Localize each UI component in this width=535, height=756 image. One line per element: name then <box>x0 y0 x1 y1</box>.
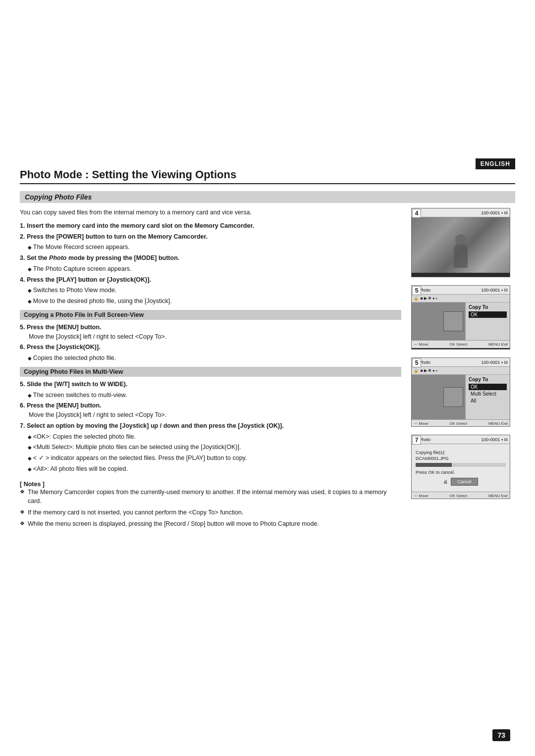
notes-title: [ Notes ] <box>20 481 401 488</box>
screen-5a-bottombar: ↔ Move OK Select MENU Exit <box>412 340 510 348</box>
screen-5a-topbar: ⊙ Photo 100-0001 ▪ III <box>412 286 510 295</box>
note-3: While the menu screen is displayed, pres… <box>20 519 401 529</box>
menu-5b-all: All <box>469 398 507 404</box>
step-1-num: 1. <box>20 222 27 229</box>
screen-7-wrapper: 7 ⊙ Photo 100-0001 ▪ III Copying file(s)… <box>411 435 515 500</box>
screen-5a-photo-bg <box>412 302 465 340</box>
step-4: 4. Press the [PLAY] button or [Joystick(… <box>20 275 401 285</box>
notes-section: [ Notes ] The Memory Camcorder copies fr… <box>20 481 401 529</box>
step-num-5b: 5 <box>412 358 421 367</box>
menu-5b-multiselect: Multi Select <box>469 391 507 397</box>
screen-5b-wrapper: 5 ⊙ Photo 100-0001 ▪ III 🔒 ■ ▶ ❋ ▸ • <box>411 357 515 428</box>
step-7: 7. Select an option by moving the [Joyst… <box>20 421 401 431</box>
menu-5a-title: Copy To <box>469 304 507 310</box>
sub-heading-2: Copying Photo Files in Multi-View <box>20 367 401 377</box>
screen-5b-bottombar: ↔ Move OK Select MENU Exit <box>412 419 510 427</box>
step-6a: 6. Press the [Joystick(OK)]. <box>20 343 401 352</box>
page-number: 73 <box>492 729 510 741</box>
screen-5a-menu: Copy To OK <box>465 302 510 340</box>
screen-5b-iconrow: 🔒 ■ ▶ ❋ ▸ • <box>412 367 510 375</box>
step-4-bullet2: Move to the desired photo file, using th… <box>20 297 401 306</box>
note-2: If the memory card is not inserted, you … <box>20 508 401 517</box>
left-column: You can copy saved files from the intern… <box>20 208 401 531</box>
screen-5a-iconrow: 🔒 ■ ▶ ❋ ▸ • <box>412 295 510 302</box>
steps-list: 1. Insert the memory card into the memor… <box>20 221 401 306</box>
page: ENGLISH Photo Mode : Setting the Viewing… <box>0 0 535 756</box>
step-7-bullet2: <Multi Select>: Multiple photo files can… <box>20 443 401 452</box>
screen-7-bottombar: ↔ Move OK Select MENU Exit <box>412 492 510 499</box>
step-5a: 5. Press the [MENU] button. Move the [Jo… <box>20 323 401 342</box>
step-4-bullet1: Switches to Photo View mode. <box>20 286 401 295</box>
step-2-bullet: The Movie Record screen appears. <box>20 243 401 252</box>
screen-4-photo <box>412 217 510 273</box>
cancel-text: Press OK to cancel. <box>416 470 455 475</box>
copying-text2: DCAM0001.JPG <box>416 456 449 461</box>
screen-5b-topbar: ⊙ Photo 100-0001 ▪ III <box>412 358 510 367</box>
step-6a-bullet: Copies the selected photo file. <box>20 353 401 363</box>
step-5b-bullet: The screen switches to multi-view. <box>20 391 401 400</box>
main-content: Photo Mode : Setting the Viewing Options… <box>20 168 515 531</box>
screen-7-topbar: ⊙ Photo 100-0001 ▪ III <box>412 435 510 444</box>
step-num-5a: 5 <box>412 286 421 295</box>
progress-bar <box>416 463 506 467</box>
top-space <box>0 0 535 158</box>
right-column: 4 ⊙ 100-0001 ▪ III <box>411 208 515 531</box>
copying-text1: Copying file(s): <box>416 450 445 455</box>
step-5b: 5. Slide the [W/T] switch to W WIDE). <box>20 380 401 389</box>
two-col-layout: You can copy saved files from the intern… <box>20 208 515 531</box>
screen-5b-photo-bg <box>412 375 465 419</box>
step-3-bullet: The Photo Capture screen appears. <box>20 264 401 274</box>
step-7-bullet1: <OK>: Copies the selected photo file. <box>20 432 401 442</box>
steps-list-sub2: 5. Slide the [W/T] switch to W WIDE). Th… <box>20 380 401 474</box>
sub-heading-1: Copying a Photo File in Full Screen-View <box>20 310 401 320</box>
menu-5a-ok: OK <box>469 311 507 318</box>
screen-5b-menu: Copy To OK Multi Select All <box>465 375 510 419</box>
page-title: Photo Mode : Setting the Viewing Options <box>20 168 515 184</box>
note-1: The Memory Camcorder copies from the cur… <box>20 488 401 506</box>
camera-screen-4: ⊙ 100-0001 ▪ III <box>411 208 510 277</box>
screen-7-body: Copying file(s): DCAM0001.JPG Press OK t… <box>412 444 510 492</box>
steps-list-sub1: 5. Press the [MENU] button. Move the [Jo… <box>20 323 401 363</box>
intro-text: You can copy saved files from the intern… <box>20 208 401 217</box>
screen-5a-wrapper: 5 ⊙ Photo 100-0001 ▪ III 🔒 ■ ▶ ❋ ▸ • <box>411 285 515 351</box>
step-num-4: 4 <box>412 209 421 218</box>
step-2: 2. Press the [POWER] button to turn on t… <box>20 232 401 242</box>
screen-5b-body: Copy To OK Multi Select All <box>412 375 510 419</box>
step-7-bullet4: <All>: All photo files will be copied. <box>20 464 401 474</box>
screen-5a-body: Copy To OK <box>412 302 510 340</box>
step-7-bullet3: < ✓ > indicator appears on the selected … <box>20 454 401 463</box>
camera-screen-7: ⊙ Photo 100-0001 ▪ III Copying file(s): … <box>411 435 510 499</box>
language-badge: ENGLISH <box>476 158 515 169</box>
step-1: 1. Insert the memory card into the memor… <box>20 221 401 231</box>
step-num-7: 7 <box>412 436 421 445</box>
screen-4-topbar: ⊙ 100-0001 ▪ III <box>412 208 510 217</box>
camera-screen-5a: ⊙ Photo 100-0001 ▪ III 🔒 ■ ▶ ❋ ▸ • <box>411 285 510 350</box>
cancel-button[interactable]: Cancel <box>451 478 478 486</box>
screen-4-wrapper: 4 ⊙ 100-0001 ▪ III <box>411 208 515 278</box>
menu-5b-ok: OK <box>469 384 507 390</box>
step-6b: 6. Press the [MENU] button. Move the [Jo… <box>20 401 401 420</box>
step-3: 3. Set the Photo mode by pressing the [M… <box>20 253 401 263</box>
camera-screen-5b: ⊙ Photo 100-0001 ▪ III 🔒 ■ ▶ ❋ ▸ • <box>411 357 510 427</box>
section-heading: Copying Photo Files <box>20 191 515 203</box>
menu-5b-title: Copy To <box>469 377 507 382</box>
